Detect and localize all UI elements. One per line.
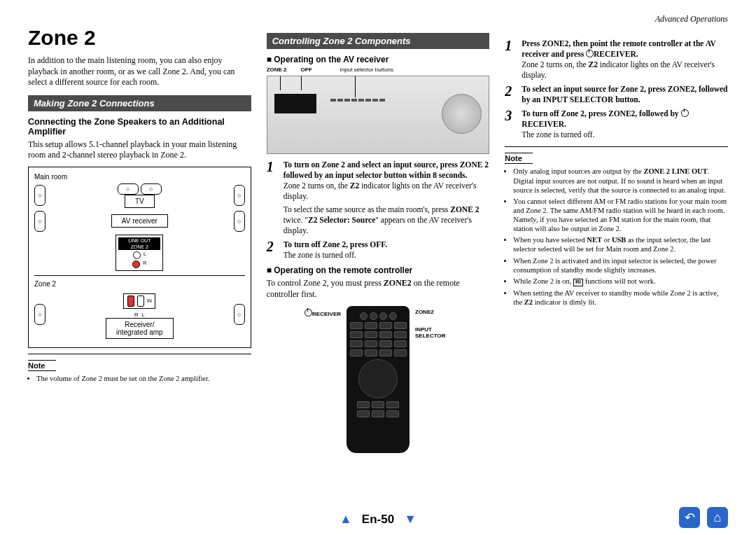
step-1a: To turn on Zone 2 and select an input so… <box>284 160 489 179</box>
note-item: Only analog input sources are output by … <box>513 167 728 194</box>
step-number: 3 <box>505 109 516 140</box>
step-number: 1 <box>505 39 516 81</box>
note-item: You cannot select different AM or FM rad… <box>513 197 728 234</box>
marker-av: Operating on the AV receiver <box>267 55 490 64</box>
jack-icon <box>132 260 140 268</box>
note-label: Note <box>505 153 533 164</box>
amp-box: Receiver/ integrated amp <box>106 318 174 339</box>
back-button[interactable]: ↶ <box>679 507 700 528</box>
power-icon <box>304 309 312 317</box>
speaker-icon <box>141 183 162 195</box>
nav-up-icon[interactable]: ▲ <box>340 512 352 527</box>
plug-icon <box>137 296 144 307</box>
note-item: The volume of Zone 2 must be set on the … <box>36 374 251 383</box>
volume-knob-icon <box>442 94 482 134</box>
step-number: 2 <box>267 239 278 260</box>
speaker-icon <box>234 185 245 206</box>
power-icon <box>586 50 594 57</box>
column-3: 1 Press ZONE2, then point the remote con… <box>505 26 728 507</box>
jack-icon <box>133 251 141 259</box>
step-number: 1 <box>267 160 278 236</box>
intro-text: In addition to the main listening room, … <box>28 55 251 88</box>
page-number: En-50 <box>362 513 394 527</box>
page-title: Zone 2 <box>28 26 251 50</box>
note-label: Note <box>28 360 56 371</box>
column-1: Zone 2 In addition to the main listening… <box>28 26 251 507</box>
remote-diagram: RECEIVER ZONE2 INPUT SELECTOR <box>267 306 490 453</box>
display-icon <box>274 94 316 113</box>
step-number: 2 <box>505 84 516 105</box>
label-zone2: Zone 2 <box>34 280 245 288</box>
lineout-box: LINE OUT ZONE 2 L R <box>115 235 163 271</box>
wiring-diagram: Main room TV AV receiver LINE OUT <box>28 167 251 348</box>
rca-in: IN <box>123 293 155 309</box>
step-2a: To turn off Zone 2, press OFF. <box>284 240 387 249</box>
speaker-icon <box>234 211 245 232</box>
ri-icon: RI <box>573 279 583 286</box>
home-button[interactable]: ⌂ <box>707 507 728 528</box>
header-section: Advanced Operations <box>28 14 728 25</box>
note-item: While Zone 2 is on, RI functions will no… <box>513 277 728 286</box>
speaker-icon <box>34 185 46 206</box>
speaker-icon <box>34 304 46 325</box>
av-box: AV receiver <box>111 214 168 228</box>
page-footer: ▲ En-50 ▼ <box>0 512 756 527</box>
receiver-image <box>267 76 490 154</box>
speaker-icon <box>34 211 46 232</box>
tv-box: TV <box>125 195 155 208</box>
setup-desc: This setup allows 5.1-channel playback i… <box>28 139 251 161</box>
note-item: When Zone 2 is activated and its input s… <box>513 256 728 275</box>
label-main-room: Main room <box>34 173 245 181</box>
note-item: When you have selected NET or USB as the… <box>513 235 728 253</box>
remote-icon <box>346 306 410 453</box>
marker-remote: Operating on the remote controller <box>267 265 490 275</box>
speaker-icon <box>118 183 139 195</box>
subhead-connecting: Connecting the Zone Speakers to an Addit… <box>28 117 251 137</box>
speaker-icon <box>234 304 245 325</box>
section-making-connections: Making Zone 2 Connections <box>28 95 251 111</box>
power-icon <box>681 109 689 117</box>
step-2b: The zone is turned off. <box>284 250 490 260</box>
note-item: When setting the AV receiver to standby … <box>513 289 728 307</box>
nav-down-icon[interactable]: ▼ <box>404 512 416 527</box>
section-controlling: Controlling Zone 2 Components <box>267 33 490 49</box>
column-2: Controlling Zone 2 Components Operating … <box>267 26 490 507</box>
plug-icon <box>127 296 134 307</box>
